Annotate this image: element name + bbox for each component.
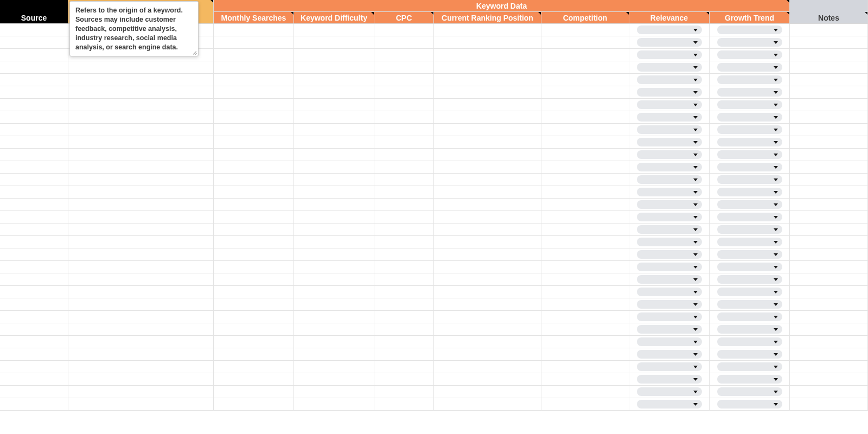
table-cell[interactable]: [629, 336, 710, 348]
table-cell[interactable]: [790, 361, 868, 373]
header-current-ranking[interactable]: Current Ranking Position: [434, 12, 541, 24]
table-cell[interactable]: [0, 224, 68, 236]
table-cell[interactable]: [68, 273, 214, 286]
table-cell[interactable]: [434, 286, 541, 298]
table-cell[interactable]: [374, 161, 434, 174]
table-cell[interactable]: [214, 211, 294, 224]
table-cell[interactable]: [629, 61, 710, 74]
table-cell[interactable]: [294, 323, 374, 336]
table-cell[interactable]: [374, 248, 434, 261]
table-cell[interactable]: [434, 336, 541, 348]
table-cell[interactable]: [434, 311, 541, 323]
table-cell[interactable]: [214, 273, 294, 286]
table-cell[interactable]: [629, 236, 710, 248]
table-cell[interactable]: [710, 386, 790, 398]
table-cell[interactable]: [790, 248, 868, 261]
table-cell[interactable]: [434, 174, 541, 186]
table-cell[interactable]: [710, 111, 790, 124]
dropdown-pill[interactable]: [637, 300, 702, 309]
table-cell[interactable]: [710, 348, 790, 361]
dropdown-pill[interactable]: [717, 113, 782, 122]
table-cell[interactable]: [434, 149, 541, 161]
table-cell[interactable]: [0, 36, 68, 49]
dropdown-pill[interactable]: [717, 375, 782, 384]
table-cell[interactable]: [294, 161, 374, 174]
table-cell[interactable]: [434, 386, 541, 398]
table-cell[interactable]: [541, 186, 629, 199]
table-cell[interactable]: [541, 348, 629, 361]
table-cell[interactable]: [629, 111, 710, 124]
table-cell[interactable]: [541, 386, 629, 398]
table-cell[interactable]: [434, 348, 541, 361]
table-cell[interactable]: [710, 224, 790, 236]
table-cell[interactable]: [214, 398, 294, 411]
table-cell[interactable]: [790, 311, 868, 323]
dropdown-pill[interactable]: [717, 387, 782, 396]
dropdown-pill[interactable]: [717, 125, 782, 134]
table-cell[interactable]: [214, 24, 294, 36]
table-cell[interactable]: [68, 386, 214, 398]
table-cell[interactable]: [790, 398, 868, 411]
dropdown-pill[interactable]: [637, 175, 702, 184]
table-cell[interactable]: [294, 61, 374, 74]
table-cell[interactable]: [790, 86, 868, 99]
table-cell[interactable]: [629, 248, 710, 261]
table-cell[interactable]: [710, 273, 790, 286]
table-cell[interactable]: [541, 211, 629, 224]
table-cell[interactable]: [374, 49, 434, 61]
table-cell[interactable]: [0, 149, 68, 161]
table-cell[interactable]: [710, 248, 790, 261]
table-cell[interactable]: [790, 211, 868, 224]
table-cell[interactable]: [710, 174, 790, 186]
table-cell[interactable]: [374, 211, 434, 224]
table-cell[interactable]: [629, 261, 710, 273]
table-cell[interactable]: [790, 186, 868, 199]
dropdown-pill[interactable]: [637, 375, 702, 384]
table-cell[interactable]: [0, 199, 68, 211]
table-cell[interactable]: [374, 224, 434, 236]
dropdown-pill[interactable]: [717, 50, 782, 59]
table-cell[interactable]: [790, 348, 868, 361]
table-cell[interactable]: [68, 323, 214, 336]
table-cell[interactable]: [434, 298, 541, 311]
table-cell[interactable]: [541, 111, 629, 124]
table-cell[interactable]: [790, 224, 868, 236]
table-cell[interactable]: [374, 174, 434, 186]
dropdown-pill[interactable]: [637, 263, 702, 271]
table-cell[interactable]: [541, 99, 629, 111]
table-cell[interactable]: [294, 124, 374, 136]
table-cell[interactable]: [214, 373, 294, 386]
table-cell[interactable]: [374, 99, 434, 111]
dropdown-pill[interactable]: [637, 75, 702, 84]
table-cell[interactable]: [374, 36, 434, 49]
table-cell[interactable]: [629, 311, 710, 323]
table-cell[interactable]: [541, 149, 629, 161]
table-cell[interactable]: [790, 386, 868, 398]
header-relevance[interactable]: Relevance: [629, 12, 710, 24]
table-cell[interactable]: [629, 398, 710, 411]
table-cell[interactable]: [710, 74, 790, 86]
table-cell[interactable]: [0, 74, 68, 86]
table-cell[interactable]: [541, 261, 629, 273]
table-cell[interactable]: [0, 236, 68, 248]
table-cell[interactable]: [434, 199, 541, 211]
dropdown-pill[interactable]: [637, 88, 702, 97]
table-cell[interactable]: [0, 86, 68, 99]
table-cell[interactable]: [629, 99, 710, 111]
table-cell[interactable]: [541, 361, 629, 373]
table-cell[interactable]: [214, 86, 294, 99]
table-cell[interactable]: [790, 124, 868, 136]
table-cell[interactable]: [374, 298, 434, 311]
table-cell[interactable]: [541, 86, 629, 99]
dropdown-pill[interactable]: [717, 288, 782, 296]
table-cell[interactable]: [629, 49, 710, 61]
table-cell[interactable]: [790, 36, 868, 49]
dropdown-pill[interactable]: [717, 238, 782, 246]
table-cell[interactable]: [0, 111, 68, 124]
table-cell[interactable]: [629, 361, 710, 373]
dropdown-pill[interactable]: [637, 150, 702, 159]
dropdown-pill[interactable]: [637, 325, 702, 334]
dropdown-pill[interactable]: [637, 288, 702, 296]
table-cell[interactable]: [629, 348, 710, 361]
table-cell[interactable]: [294, 174, 374, 186]
